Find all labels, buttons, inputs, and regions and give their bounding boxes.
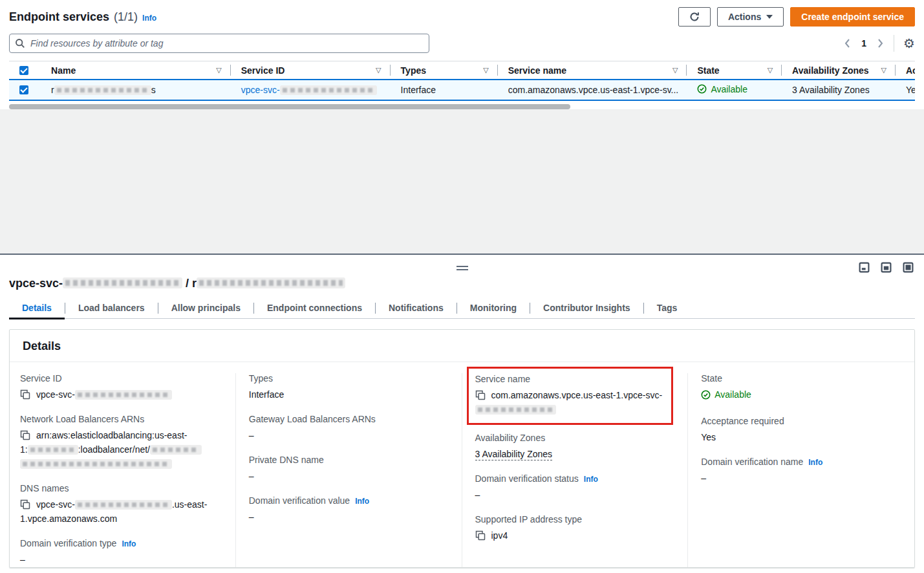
actions-button[interactable]: Actions <box>717 7 784 27</box>
chevron-down-icon <box>766 15 773 19</box>
cell-name: rs <box>41 85 231 95</box>
split-panel-title: vpce-svc- / r <box>9 277 915 290</box>
select-all-checkbox[interactable] <box>19 66 28 75</box>
preferences-gear-icon[interactable]: ⚙ <box>903 37 915 50</box>
sort-icon[interactable]: ▽ <box>211 66 221 74</box>
sort-icon[interactable]: ▽ <box>762 66 773 74</box>
scrollbar-thumb[interactable] <box>9 104 570 109</box>
title-info-link[interactable]: Info <box>142 14 156 23</box>
service-name-highlight-box: Service name com.amazonaws.vpce.us-east-… <box>467 367 674 425</box>
cell-acceptance: Yes <box>896 85 915 95</box>
tab-details[interactable]: Details <box>9 298 65 319</box>
column-header-state[interactable]: State▽ <box>687 61 782 79</box>
table-header-row: Name▽ Service ID▽ Types▽ Service name▽ S… <box>9 61 915 79</box>
copy-icon[interactable] <box>20 430 30 440</box>
tab-endpoint-connections[interactable]: Endpoint connections <box>254 298 375 319</box>
service-name-value: com.amazonaws.vpce.us-east-1.vpce-svc- <box>475 388 668 416</box>
redacted-text <box>475 405 556 415</box>
column-header-name[interactable]: Name▽ <box>41 61 231 79</box>
redacted-text <box>150 445 202 455</box>
availability-zones-label: Availability Zones <box>475 433 678 443</box>
copy-icon[interactable] <box>20 499 30 510</box>
refresh-button[interactable] <box>678 7 711 27</box>
redacted-text <box>54 85 151 95</box>
toolbar-divider <box>894 35 894 52</box>
domain-verification-type-value: – <box>20 552 225 567</box>
tab-monitoring[interactable]: Monitoring <box>457 298 530 319</box>
service-id-link[interactable]: vpce-svc- <box>241 85 377 95</box>
panel-size-small-icon[interactable] <box>859 262 870 273</box>
sort-icon[interactable]: ▽ <box>667 66 678 74</box>
status-badge: Available <box>697 84 747 94</box>
column-header-acceptance[interactable]: Acceptance required <box>896 61 915 79</box>
tab-tags[interactable]: Tags <box>644 298 691 319</box>
sort-icon[interactable]: ▽ <box>371 66 381 74</box>
copy-icon[interactable] <box>475 530 486 541</box>
sort-icon[interactable]: ▽ <box>478 66 488 74</box>
redacted-text <box>280 85 377 95</box>
private-dns-name-value: – <box>249 469 451 483</box>
column-header-service-name[interactable]: Service name▽ <box>498 61 687 79</box>
nlb-arns-label: Network Load Balancers ARNs <box>20 414 225 424</box>
domain-verification-value-label: Domain verification value <box>249 495 350 506</box>
service-id-label: Service ID <box>20 373 225 384</box>
column-header-service-id[interactable]: Service ID▽ <box>231 61 391 79</box>
tab-load-balancers[interactable]: Load balancers <box>65 298 158 319</box>
split-panel: vpce-svc- / r Details Load balancers All… <box>0 254 924 573</box>
search-input[interactable] <box>9 34 429 53</box>
sort-icon[interactable]: ▽ <box>876 66 886 74</box>
details-column-4: State Available Acceptance required Yes … <box>688 373 914 568</box>
dns-names-value: vpce-svc-.us-east-1.vpce.amazonaws.com <box>20 497 225 526</box>
info-link[interactable]: Info <box>808 458 822 467</box>
refresh-icon <box>689 12 700 22</box>
column-header-types[interactable]: Types▽ <box>391 61 498 79</box>
domain-verification-value-value: – <box>249 510 451 524</box>
table-row[interactable]: rs vpce-svc- Interface com.amazonaws.vpc… <box>9 79 915 101</box>
availability-zones-link[interactable]: 3 Availability Zones <box>792 85 870 95</box>
redacted-text <box>28 445 78 455</box>
page-title: Endpoint services <box>9 10 109 24</box>
copy-icon[interactable] <box>20 389 30 400</box>
acceptance-required-label: Acceptance required <box>701 416 904 426</box>
details-card: Details Service ID vpce-svc- Network Loa… <box>9 329 915 568</box>
availability-zones-link[interactable]: 3 Availability Zones <box>475 449 553 460</box>
tab-notifications[interactable]: Notifications <box>376 298 457 319</box>
page-number[interactable]: 1 <box>861 38 866 49</box>
page-header: Endpoint services (1/1) Info Actions Cre… <box>9 6 915 27</box>
resources-panel: Endpoint services (1/1) Info Actions Cre… <box>0 0 924 109</box>
check-circle-icon <box>697 84 707 94</box>
info-link[interactable]: Info <box>122 539 136 548</box>
create-endpoint-service-button[interactable]: Create endpoint service <box>790 7 915 27</box>
horizontal-scrollbar <box>9 104 915 109</box>
endpoint-services-page: Endpoint services (1/1) Info Actions Cre… <box>0 0 924 573</box>
redacted-text <box>20 459 172 469</box>
dns-names-label: DNS names <box>20 483 225 493</box>
panel-size-medium-icon[interactable] <box>881 262 892 273</box>
cell-types: Interface <box>391 85 498 95</box>
tab-allow-principals[interactable]: Allow principals <box>158 298 253 319</box>
check-circle-icon <box>701 390 711 400</box>
state-label: State <box>701 373 904 384</box>
domain-verification-name-value: – <box>701 471 904 485</box>
split-panel-size-controls <box>859 262 914 273</box>
split-panel-drag-handle[interactable] <box>457 264 468 272</box>
info-link[interactable]: Info <box>355 497 369 506</box>
column-header-availability-zones[interactable]: Availability Zones▽ <box>782 61 896 79</box>
row-checkbox[interactable] <box>19 85 28 94</box>
redacted-text <box>197 277 345 288</box>
tab-contributor-insights[interactable]: Contributor Insights <box>530 298 643 319</box>
copy-icon[interactable] <box>475 390 486 400</box>
next-page-button[interactable] <box>876 38 885 49</box>
panel-size-large-icon[interactable] <box>903 262 914 273</box>
domain-verification-status-label: Domain verification status <box>475 473 579 484</box>
previous-page-button[interactable] <box>843 38 852 49</box>
details-card-heading: Details <box>10 330 914 362</box>
info-link[interactable]: Info <box>584 475 598 484</box>
redacted-text <box>75 500 172 510</box>
supported-ip-value: ipv4 <box>475 528 678 543</box>
types-value: Interface <box>249 387 451 402</box>
content-background <box>0 109 924 254</box>
acceptance-required-value: Yes <box>701 430 904 444</box>
glb-arns-value: – <box>249 428 451 442</box>
supported-ip-label: Supported IP address type <box>475 514 678 524</box>
